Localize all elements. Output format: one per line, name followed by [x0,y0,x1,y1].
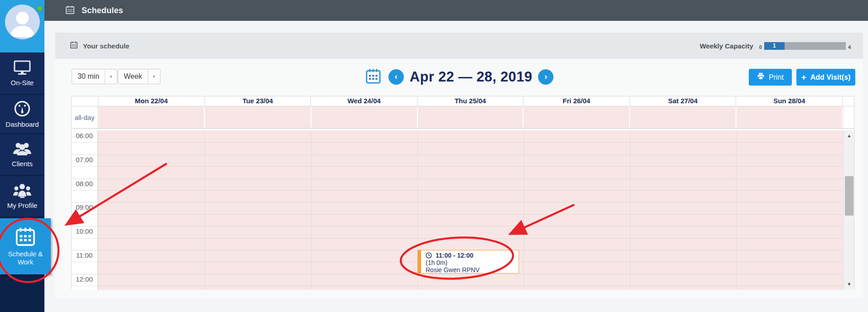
half-hour-line [72,214,843,215]
time-label: 10:00 [72,227,97,235]
sidebar: On-Site Dashboard Clients My Profile Sch [0,0,44,312]
print-button[interactable]: Print [749,69,792,86]
all-day-cell-fri[interactable] [524,106,629,128]
time-label: 12:00 [72,275,97,283]
add-visits-label: Add Visit(s) [810,73,851,82]
event-client: Rosie Gwen RPNV [426,266,517,274]
all-day-cell-sun[interactable] [737,106,842,128]
day-header-sun: Sun 28/04 [736,96,842,106]
sidebar-item-label: Dashboard [5,120,39,129]
hour-line [72,178,843,179]
capacity-fill: 1 [764,42,785,50]
print-label: Print [769,73,784,82]
online-status-dot [37,6,42,11]
calendar-body: 06:00 07:00 08:00 09:00 10:00 11:00 12:0… [72,130,854,290]
capacity-max: 4 [848,44,851,50]
day-header-tue: Tue 23/04 [204,96,311,106]
schedule-panel: 30 min ▼ Week ▼ ‹ Apr 22 — 28, 2019 › Pr… [55,59,863,299]
all-day-cell-wed[interactable] [311,106,417,128]
day-header-fri: Fri 26/04 [523,96,630,106]
time-label: 08:00 [72,180,97,187]
capacity-min: 0 [759,44,762,50]
sidebar-item-dashboard[interactable]: Dashboard [0,95,44,133]
sidebar-item-label: My Profile [7,202,38,210]
weekly-capacity: Weekly Capacity 0 1 4 [700,33,853,59]
capacity-bar: 1 [764,42,846,50]
monitor-icon [13,60,31,76]
sidebar-item-onsite[interactable]: On-Site [0,53,44,94]
scroll-down-icon[interactable]: ▼ [844,281,854,288]
your-schedule-heading: Your schedule [70,33,129,59]
visit-event[interactable]: 11:00 - 12:00 (1h 0m) Rosie Gwen RPNV [417,250,519,274]
plus-icon: + [801,72,806,82]
sidebar-item-my-profile[interactable]: My Profile [0,176,44,216]
avatar-tile[interactable] [0,0,44,53]
next-week-button[interactable]: › [538,69,553,85]
hour-line [72,274,843,274]
schedules-calendar-icon [66,5,74,16]
sidebar-item-label: On-Site [11,79,34,87]
datepicker-calendar-icon[interactable] [365,68,382,86]
calendar-icon [15,227,36,247]
scrollbar-thumb[interactable] [845,176,853,216]
half-hour-line [72,166,843,167]
date-navigation: ‹ Apr 22 — 28, 2019 › [55,67,863,87]
chevron-left-icon: ‹ [395,72,398,82]
week-calendar: Mon 22/04 Tue 23/04 Wed 24/04 Thu 25/04 … [71,96,854,289]
sidebar-item-label: Schedule & Work [0,250,51,266]
event-duration: (1h 0m) [426,259,517,266]
all-day-cell-mon[interactable] [98,106,204,128]
all-day-cell-sat[interactable] [630,106,736,128]
app-window: Schedules Your schedule Weekly Capacity … [0,0,868,312]
all-day-cell-thu[interactable] [418,106,523,128]
gutter-header [72,96,98,106]
all-day-cell-tue[interactable] [205,106,310,128]
time-label: 09:00 [72,203,97,211]
clock-icon [426,252,432,259]
date-range-title: Apr 22 — 28, 2019 [410,69,532,85]
clients-icon [12,141,32,157]
all-day-filler [843,106,854,128]
header-filler [842,96,854,106]
gauge-icon [14,100,31,117]
half-hour-line [72,238,843,239]
all-day-label: all-day [72,106,98,128]
hour-line [72,154,843,155]
sidebar-item-clients[interactable]: Clients [0,134,44,175]
your-schedule-label: Your schedule [83,42,129,50]
chevron-right-icon: › [544,72,547,82]
half-hour-line [72,142,843,143]
sidebar-item-label: Clients [12,160,33,168]
profile-group-icon [12,183,32,198]
time-label: 06:00 [72,132,97,139]
hour-line [72,202,843,202]
top-header-bar: Schedules [44,0,868,21]
weekly-capacity-label: Weekly Capacity [700,42,753,50]
event-time: 11:00 - 12:00 [436,252,473,259]
all-day-row: all-day [72,106,854,129]
page-title: Schedules [82,6,123,15]
time-label: 07:00 [72,156,97,163]
add-visits-button[interactable]: + Add Visit(s) [796,69,855,86]
half-hour-line [72,286,843,286]
vertical-scrollbar[interactable]: ▲ ▼ [843,130,854,290]
hour-line [72,226,843,226]
day-header-thu: Thu 25/04 [417,96,523,106]
day-header-row: Mon 22/04 Tue 23/04 Wed 24/04 Thu 25/04 … [72,96,854,106]
printer-icon [757,72,765,82]
time-label: 11:00 [72,251,97,259]
prev-week-button[interactable]: ‹ [388,69,404,85]
sidebar-item-schedule-work[interactable]: Schedule & Work [0,218,51,274]
day-header-wed: Wed 24/04 [310,96,417,106]
your-schedule-calendar-icon [70,41,78,50]
day-header-sat: Sat 27/04 [630,96,736,106]
scroll-up-icon[interactable]: ▲ [844,132,854,139]
subheader-band: Your schedule Weekly Capacity 0 1 4 [55,33,863,59]
day-header-mon: Mon 22/04 [98,96,204,106]
avatar [5,5,40,39]
event-accent-bar [418,250,421,273]
half-hour-line [72,190,843,191]
